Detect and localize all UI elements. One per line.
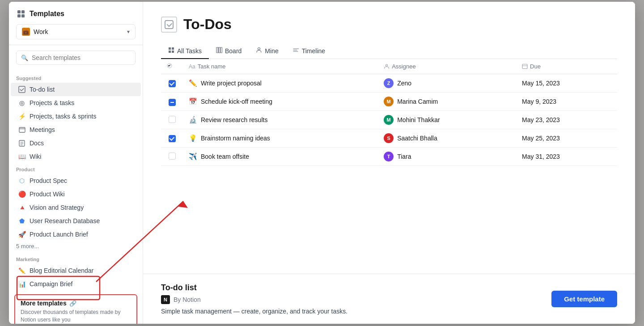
category-dropdown[interactable]: 💼 Work ▾ — [16, 24, 136, 39]
row-checkbox[interactable] — [161, 93, 183, 111]
row-assignee: S Saatchi Bhalla — [378, 129, 517, 148]
tab-timeline[interactable]: Timeline — [286, 43, 332, 59]
sidebar-item-wiki[interactable]: 📖 Wiki — [11, 150, 141, 163]
sidebar-item-label: Product Launch Brief — [30, 231, 88, 238]
more-templates-title: More templates 🔗 — [21, 300, 131, 307]
row-due: May 9, 2023 — [517, 93, 617, 111]
search-input[interactable] — [32, 54, 131, 61]
row-checkbox[interactable] — [161, 111, 183, 129]
all-tasks-icon — [168, 47, 174, 55]
sidebar-item-label: Wiki — [30, 153, 41, 160]
more-templates-box[interactable]: More templates 🔗 Discover thousands of t… — [14, 294, 137, 324]
sidebar-item-to-do-list[interactable]: To-do list — [11, 83, 141, 96]
bottom-info: To-do list N By Notion Simple task manag… — [161, 283, 347, 315]
preview-title-row: To-Dos — [161, 16, 617, 33]
table-row: ✏️ Write project proposal Z Zeno May — [161, 74, 617, 93]
avatar: M — [384, 97, 394, 106]
sidebar-item-label: Product Wiki — [30, 191, 65, 198]
tab-all-tasks[interactable]: All Tasks — [161, 43, 209, 59]
svg-rect-18 — [522, 64, 527, 69]
row-checkbox[interactable] — [161, 74, 183, 93]
tab-label: All Tasks — [177, 47, 202, 55]
sidebar-item-product-spec[interactable]: ⬡ Product Spec — [11, 174, 141, 187]
avatar: M — [384, 115, 394, 125]
section-label-suggested: Suggested — [9, 72, 143, 83]
sidebar-item-projects-tasks-sprints[interactable]: ⚡ Projects, tasks & sprints — [11, 110, 141, 123]
row-task-name: 🔬 Review research results — [183, 111, 378, 129]
sidebar-item-blog-editorial[interactable]: ✏️ Blog Editorial Calendar — [11, 264, 141, 277]
header-task-name: Aa Task name — [183, 59, 378, 74]
row-task-name: 📅 Schedule kick-off meeting — [183, 93, 378, 111]
sprints-icon: ⚡ — [18, 112, 26, 120]
briefcase-icon: 💼 — [22, 28, 30, 36]
row-due: May 31, 2023 — [517, 148, 617, 166]
main-content: To-Dos All Tasks Board — [143, 2, 635, 324]
five-more-link[interactable]: 5 more... — [9, 241, 143, 253]
row-due: May 15, 2023 — [517, 74, 617, 93]
user-research-icon: ⬟ — [18, 217, 26, 225]
sidebar-item-docs[interactable]: Docs — [11, 136, 141, 150]
meetings-icon — [18, 126, 26, 134]
tab-mine[interactable]: Mine — [249, 43, 285, 59]
get-template-button[interactable]: Get template — [551, 291, 617, 307]
preview-title-icon — [161, 17, 177, 33]
tab-board[interactable]: Board — [209, 43, 249, 59]
svg-rect-14 — [220, 47, 222, 53]
sidebar-item-product-wiki[interactable]: 🔴 Product Wiki — [11, 187, 141, 201]
more-templates-desc: Discover thousands of templates made by … — [21, 309, 131, 324]
task-emoji: 🔬 — [189, 116, 197, 124]
row-checkbox[interactable] — [161, 129, 183, 148]
row-checkbox[interactable] — [161, 148, 183, 166]
svg-point-15 — [258, 48, 260, 50]
preview-title: To-Dos — [183, 16, 232, 33]
sidebar-item-label: Blog Editorial Calendar — [30, 267, 93, 274]
bottom-by-row: N By Notion — [161, 295, 347, 304]
by-label: By Notion — [174, 296, 201, 303]
chevron-down-icon: ▾ — [127, 29, 130, 35]
row-task-name: ✏️ Write project proposal — [183, 74, 378, 93]
avatar: T — [384, 152, 394, 161]
notion-logo: N — [161, 295, 170, 304]
task-table: Aa Task name Assignee — [161, 59, 617, 166]
vision-strategy-icon: 🔺 — [18, 203, 26, 212]
sidebar-item-label: Projects, tasks & sprints — [30, 113, 96, 120]
sidebar-item-vision-strategy[interactable]: 🔺 Vision and Strategy — [11, 201, 141, 214]
sidebar-item-label: To-do list — [30, 86, 55, 93]
sidebar-item-label: Docs — [30, 140, 44, 147]
to-do-list-icon — [18, 85, 26, 93]
campaign-brief-icon: 📊 — [18, 280, 26, 288]
mine-icon — [256, 47, 262, 55]
sidebar-item-label: Meetings — [30, 126, 55, 133]
table-header: Aa Task name Assignee — [161, 59, 617, 74]
row-task-name: ✈️ Book team offsite — [183, 148, 378, 166]
search-icon: 🔍 — [21, 55, 28, 61]
sidebar: Templates 💼 Work ▾ 🔍 Suggested — [9, 2, 143, 324]
svg-rect-2 — [17, 14, 21, 17]
sidebar-item-label: Product Spec — [30, 177, 67, 184]
svg-rect-9 — [172, 47, 174, 50]
bottom-template-title: To-do list — [161, 283, 347, 292]
task-emoji: ✈️ — [189, 152, 197, 161]
svg-rect-3 — [21, 14, 25, 17]
projects-tasks-icon: ◎ — [18, 99, 26, 107]
product-spec-icon: ⬡ — [18, 177, 26, 185]
docs-icon — [18, 139, 26, 147]
category-dropdown-left: 💼 Work — [22, 28, 48, 36]
header-checkbox — [161, 59, 183, 74]
row-assignee: M Marina Camim — [378, 93, 517, 111]
table-row: 💡 Brainstorm naming ideas S Saatchi Bhal… — [161, 129, 617, 148]
sidebar-item-product-launch-brief[interactable]: 🚀 Product Launch Brief — [11, 228, 141, 241]
bottom-description: Simple task management — create, organiz… — [161, 308, 347, 315]
svg-point-17 — [386, 64, 388, 66]
search-box[interactable]: 🔍 — [16, 51, 136, 65]
svg-rect-13 — [218, 47, 220, 53]
table-row: 🔬 Review research results M Mohini Thakk… — [161, 111, 617, 129]
row-assignee: Z Zeno — [378, 74, 517, 93]
sidebar-item-projects-tasks[interactable]: ◎ Projects & tasks — [11, 96, 141, 110]
sidebar-item-campaign-brief[interactable]: 📊 Campaign Brief — [11, 277, 141, 291]
row-due: May 23, 2023 — [517, 111, 617, 129]
section-label-product: Product — [9, 163, 143, 174]
sidebar-item-user-research-db[interactable]: ⬟ User Research Database — [11, 214, 141, 228]
templates-icon — [16, 9, 26, 19]
sidebar-item-meetings[interactable]: Meetings — [11, 123, 141, 136]
